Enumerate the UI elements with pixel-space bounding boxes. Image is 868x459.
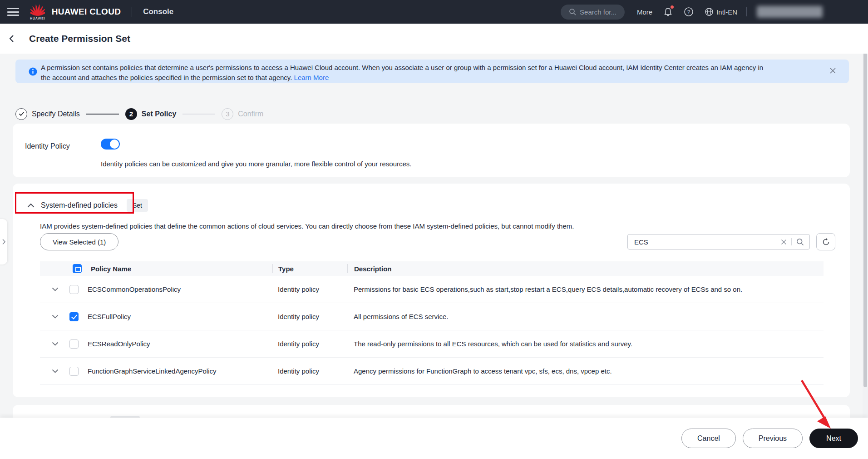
step-3-circle: 3 [222, 108, 233, 120]
policy-type: Identity policy [272, 313, 347, 320]
policy-name: ECSReadOnlyPolicy [88, 340, 150, 348]
select-all-checkbox[interactable] [73, 264, 82, 273]
expand-row-chevron-icon[interactable] [52, 287, 59, 291]
step-2-circle: 2 [125, 108, 137, 120]
info-icon [29, 67, 37, 76]
page-header: Create Permission Set [0, 24, 868, 54]
policy-name: FunctionGraphServiceLinkedAgencyPolicy [88, 367, 216, 375]
policy-table: Policy Name Type Description ECSCommonOp… [40, 261, 824, 385]
global-search-placeholder: Search for... [580, 8, 616, 16]
help-icon: ? [684, 7, 694, 17]
refresh-icon [822, 238, 830, 246]
cancel-button[interactable]: Cancel [681, 429, 736, 448]
next-button[interactable]: Next [809, 429, 858, 448]
clear-search-icon[interactable] [781, 239, 787, 245]
policy-type: Identity policy [272, 285, 347, 293]
column-policy-name: Policy Name [91, 265, 131, 273]
set-tag: Set [127, 199, 148, 212]
banner-text: A permission set contains policies that … [41, 63, 813, 83]
policy-name: ECSCommonOperationsPolicy [88, 285, 181, 293]
policy-type: Identity policy [272, 340, 347, 348]
previous-button[interactable]: Previous [743, 429, 803, 448]
system-policies-heading: System-defined policies [41, 201, 118, 210]
collapse-chevron-up-icon[interactable] [27, 203, 35, 208]
search-icon [569, 8, 576, 15]
toggle-knob [110, 140, 119, 149]
row-checkbox[interactable] [69, 285, 79, 294]
top-navigation-bar: HUAWEI HUAWEI CLOUD Console Search for..… [0, 0, 868, 24]
banner-line1: A permission set contains policies that … [41, 64, 763, 71]
search-divider [791, 238, 792, 245]
table-row: ECSFullPolicy Identity policy All permis… [40, 303, 824, 330]
title-divider [22, 34, 22, 44]
view-selected-button[interactable]: View Selected (1) [40, 233, 118, 250]
huawei-logo-word: HUAWEI [30, 17, 45, 20]
step-2-label: Set Policy [142, 110, 176, 118]
huawei-logo[interactable]: HUAWEI [30, 4, 45, 20]
header-divider [132, 7, 132, 17]
row-checkbox[interactable] [69, 339, 79, 349]
svg-text:?: ? [687, 9, 690, 15]
banner-line2: the account and attaches the policies sp… [41, 74, 294, 81]
step-1-label: Specify Details [32, 110, 80, 118]
back-chevron-icon [8, 34, 15, 43]
scrollbar-track [863, 24, 868, 418]
policy-search-box[interactable] [627, 234, 810, 249]
column-description: Description [347, 264, 824, 273]
step-connector [86, 114, 119, 115]
wizard-steps: Specify Details 2 Set Policy 3 Confirm [15, 108, 263, 120]
check-icon [19, 111, 25, 116]
row-checkbox[interactable] [69, 312, 79, 321]
huawei-flower-icon [30, 4, 45, 16]
expand-row-chevron-icon[interactable] [52, 369, 59, 373]
identity-policy-card: Identity Policy Identity policies can be… [13, 124, 850, 177]
header-divider [746, 7, 747, 16]
page-title: Create Permission Set [29, 33, 130, 44]
step-1-circle [15, 108, 27, 120]
expand-row-chevron-icon[interactable] [52, 314, 59, 319]
hamburger-menu-icon[interactable] [7, 8, 19, 16]
table-row: ECSCommonOperationsPolicy Identity polic… [40, 276, 824, 303]
refresh-button[interactable] [816, 233, 835, 250]
language-selector-label: Intl-EN [716, 8, 737, 16]
help-button[interactable]: ? [684, 7, 694, 17]
learn-more-link[interactable]: Learn More [294, 74, 329, 81]
banner-close-icon[interactable] [829, 67, 836, 74]
table-header-row: Policy Name Type Description [40, 261, 824, 276]
back-button[interactable] [8, 34, 15, 43]
notifications-button[interactable] [663, 7, 673, 17]
identity-policy-description: Identity policies can be customized and … [101, 160, 412, 168]
policy-search-input[interactable] [628, 238, 781, 246]
column-type: Type [272, 264, 347, 273]
notification-badge-dot [671, 5, 674, 9]
identity-policy-toggle[interactable] [101, 139, 120, 150]
custom-policies-card-partial [13, 405, 850, 418]
account-name-redacted[interactable] [757, 6, 823, 18]
chevron-right-icon [2, 239, 6, 245]
system-policies-description: IAM provides system-defined policies tha… [40, 222, 574, 230]
system-policies-card: System-defined policies Set IAM provides… [13, 184, 850, 397]
info-banner: A permission set contains policies that … [15, 60, 849, 83]
console-link[interactable]: Console [143, 7, 173, 16]
screen: HUAWEI HUAWEI CLOUD Console Search for..… [0, 0, 868, 459]
table-row: FunctionGraphServiceLinkedAgencyPolicy I… [40, 358, 824, 385]
step-3-label: Confirm [238, 110, 263, 118]
more-menu[interactable]: More [637, 8, 652, 16]
language-selector[interactable]: Intl-EN [705, 7, 737, 16]
scrollbar-thumb[interactable] [863, 51, 867, 387]
brand-text: HUAWEI CLOUD [52, 7, 121, 17]
globe-icon [705, 7, 714, 16]
identity-policy-label: Identity Policy [25, 142, 70, 150]
policy-description: Permissions for basic ECS operations,suc… [347, 285, 824, 293]
row-checkbox[interactable] [69, 367, 79, 376]
expand-row-chevron-icon[interactable] [52, 342, 59, 346]
search-submit-icon[interactable] [796, 238, 804, 246]
expand-side-panel-tab[interactable] [0, 219, 7, 264]
table-row: ECSReadOnlyPolicy Identity policy The re… [40, 330, 824, 358]
policy-type: Identity policy [272, 367, 347, 375]
policy-description: Agency permissions for FunctionGraph to … [347, 367, 824, 375]
policy-description: All permissions of ECS service. [347, 313, 824, 320]
global-search[interactable]: Search for... [561, 5, 625, 20]
policy-description: The read-only permissions to all ECS res… [347, 340, 824, 348]
policy-name: ECSFullPolicy [88, 313, 131, 320]
